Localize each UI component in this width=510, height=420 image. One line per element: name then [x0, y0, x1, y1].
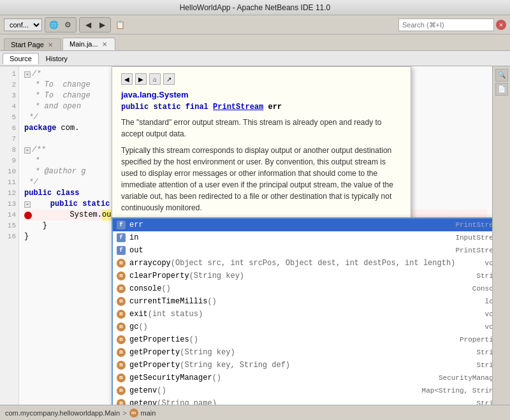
- ac-type-currenttimemillis: long: [485, 296, 492, 307]
- ac-icon-arraycopy: m: [117, 259, 126, 268]
- ac-icon-clearproperty: m: [117, 272, 126, 280]
- search-bar: ✕: [398, 18, 506, 31]
- tab-start-page[interactable]: Start Page ✕: [4, 38, 61, 50]
- tooltip-signature: public static final PrintStream err: [121, 101, 402, 113]
- tooltip-home-btn[interactable]: ⌂: [149, 73, 161, 85]
- tooltip-link[interactable]: PrintStream: [213, 103, 263, 112]
- browser-btn[interactable]: 🌐: [47, 18, 60, 31]
- tab-main-java-close[interactable]: ✕: [101, 40, 108, 48]
- ac-name-currenttimemillis: currentTimeMillis(): [129, 296, 480, 307]
- ac-name-getproperty1: getProperty(String key): [129, 347, 471, 358]
- ac-icon-console: m: [117, 284, 126, 293]
- breadcrumb-method: m main: [129, 409, 156, 417]
- breadcrumb: com.mycompany.helloworldapp.Main > m mai…: [5, 409, 156, 417]
- ac-name-err: err: [129, 219, 450, 231]
- ac-icon-err: f: [117, 221, 126, 229]
- ac-name-getsecuritymanager: getSecurityManager(): [129, 372, 433, 384]
- ac-item-getproperty2[interactable]: m getProperty(String key, String def) St…: [113, 359, 492, 372]
- ac-item-exit[interactable]: m exit(int status) void: [113, 308, 492, 321]
- ac-type-console: Console: [472, 283, 492, 294]
- tooltip-forward-btn[interactable]: ▶: [135, 73, 147, 85]
- ac-type-gc: void: [485, 321, 492, 333]
- fold-8[interactable]: -: [24, 147, 31, 154]
- ac-name-gc: gc(): [129, 321, 480, 333]
- ac-item-getsecuritymanager[interactable]: m getSecurityManager() SecurityManager: [113, 372, 492, 384]
- ac-item-arraycopy[interactable]: m arraycopy(Object src, int srcPos, Obje…: [113, 257, 492, 270]
- autocomplete-dropdown[interactable]: f err PrintStream f in InputStream f out…: [112, 217, 492, 405]
- breadcrumb-class: com.mycompany.helloworldapp.Main: [5, 409, 120, 417]
- config-select[interactable]: conf...: [4, 18, 42, 31]
- right-icon-1[interactable]: 🔍: [495, 69, 508, 82]
- toolbar: conf... 🌐 ⚙ ◀ ▶ 📋 ✕: [0, 15, 510, 34]
- ac-item-getenv2[interactable]: m getenv(String name) String: [113, 397, 492, 405]
- tooltip-back-btn[interactable]: ◀: [121, 73, 133, 85]
- ac-item-in[interactable]: f in InputStream: [113, 231, 492, 244]
- tab-source[interactable]: Source: [3, 53, 39, 64]
- tab-bar: Start Page ✕ Main.ja... ✕: [0, 34, 510, 51]
- ac-name-getenv2: getenv(String name): [129, 398, 471, 405]
- tooltip-ext-btn[interactable]: ↗: [163, 73, 175, 85]
- tooltip-nav: ◀ ▶ ⌂ ↗: [121, 73, 402, 85]
- ac-type-out: PrintStream: [455, 245, 492, 256]
- ac-name-getproperty2: getProperty(String key, String def): [129, 359, 471, 371]
- ac-item-getproperty1[interactable]: m getProperty(String key) String: [113, 346, 492, 359]
- ac-name-getproperties: getProperties(): [129, 334, 455, 345]
- ac-type-exit: void: [485, 308, 492, 320]
- breakpoint-14: [24, 212, 32, 219]
- ac-icon-getproperty1: m: [117, 348, 126, 357]
- fold-13[interactable]: -: [24, 201, 31, 208]
- extra-btn[interactable]: 📋: [113, 18, 126, 31]
- ac-icon-getproperty2: m: [117, 361, 126, 370]
- forward-btn[interactable]: ▶: [96, 18, 108, 31]
- source-history-bar: Source History: [0, 51, 510, 66]
- ac-name-arraycopy: arraycopy(Object src, int srcPos, Object…: [129, 257, 480, 269]
- ac-icon-out: f: [117, 246, 126, 255]
- toolbar-group-history: ◀ ▶: [79, 17, 111, 33]
- ac-type-getenv2: String: [476, 398, 492, 405]
- ac-name-in: in: [129, 232, 450, 243]
- settings-btn[interactable]: ⚙: [61, 18, 74, 31]
- ac-icon-in: f: [117, 233, 126, 242]
- ac-item-err[interactable]: f err PrintStream: [113, 219, 492, 231]
- tab-start-page-close[interactable]: ✕: [47, 41, 54, 48]
- ac-item-getenv1[interactable]: m getenv() Map<String, String>: [113, 384, 492, 397]
- tooltip-desc1: The "standard" error output stream. This…: [121, 117, 402, 140]
- ac-name-out: out: [129, 245, 450, 256]
- ac-type-getenv1: Map<String, String>: [422, 385, 492, 396]
- search-close-btn[interactable]: ✕: [496, 20, 506, 30]
- tooltip-class-title[interactable]: java.lang.System: [121, 89, 402, 101]
- ac-icon-getenv1: m: [117, 386, 126, 395]
- ac-icon-gc: m: [117, 322, 126, 331]
- ac-item-clearproperty[interactable]: m clearProperty(String key) String: [113, 270, 492, 282]
- ac-type-getproperty1: String: [476, 347, 492, 358]
- toolbar-group-nav: 🌐 ⚙: [45, 17, 76, 33]
- right-icon-2[interactable]: 📄: [495, 83, 508, 96]
- ac-type-getproperties: Properties: [460, 334, 492, 345]
- ac-name-console: console(): [129, 283, 467, 294]
- ac-name-clearproperty: clearProperty(String key): [129, 270, 471, 282]
- ac-type-in: InputStream: [455, 232, 492, 243]
- main-area: 1 2 3 4 5 6 7 8 9 10 11 12 13 14 15 16 -…: [0, 66, 510, 405]
- ac-type-arraycopy: void: [485, 257, 492, 269]
- ac-icon-currenttimemillis: m: [117, 297, 126, 306]
- code-area[interactable]: -/* * To change * To change * and open *…: [19, 66, 492, 405]
- ac-type-getproperty2: String: [476, 359, 492, 371]
- tab-main-java[interactable]: Main.ja... ✕: [62, 38, 115, 50]
- ac-item-console[interactable]: m console() Console: [113, 282, 492, 295]
- tab-history[interactable]: History: [39, 53, 75, 64]
- ac-name-getenv1: getenv(): [129, 385, 417, 396]
- ac-item-gc[interactable]: m gc() void: [113, 321, 492, 333]
- back-btn[interactable]: ◀: [82, 18, 94, 31]
- ac-item-getproperties[interactable]: m getProperties() Properties: [113, 333, 492, 346]
- ac-item-out[interactable]: f out PrintStream: [113, 244, 492, 257]
- ac-icon-exit: m: [117, 310, 126, 319]
- ac-name-exit: exit(int status): [129, 308, 480, 320]
- fold-1[interactable]: -: [24, 71, 31, 78]
- search-input[interactable]: [398, 18, 494, 31]
- breadcrumb-sep: >: [122, 409, 126, 417]
- status-bar: com.mycompany.helloworldapp.Main > m mai…: [0, 405, 510, 420]
- tab-start-page-label: Start Page: [11, 41, 44, 48]
- ac-item-currenttimemillis[interactable]: m currentTimeMillis() long: [113, 295, 492, 308]
- title-bar: HelloWorldApp - Apache NetBeans IDE 11.0: [0, 0, 510, 15]
- ac-icon-getsecuritymanager: m: [117, 373, 126, 382]
